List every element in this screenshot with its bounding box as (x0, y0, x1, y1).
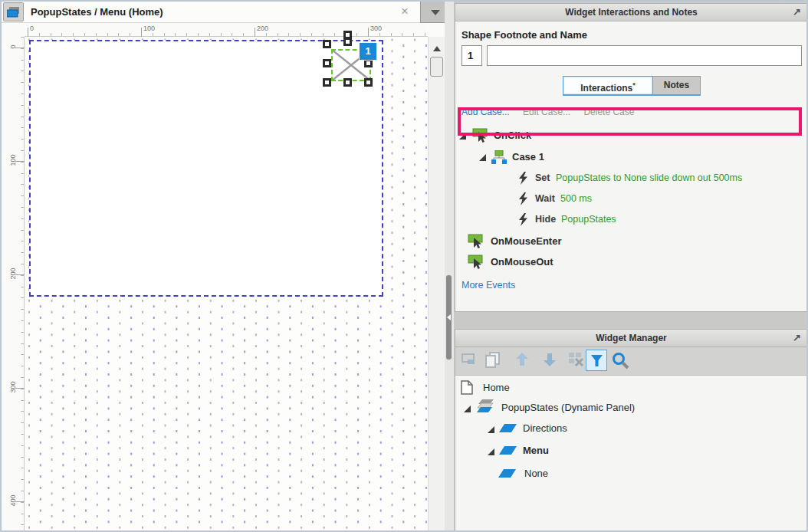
ruler-corner (2, 23, 25, 37)
action-detail: PopupStates (561, 214, 616, 225)
panel-splitter[interactable] (445, 2, 454, 532)
lightning-icon (518, 213, 529, 226)
action-detail: 500 ms (560, 193, 592, 204)
tab-notes[interactable]: Notes (653, 76, 701, 94)
selection-handle[interactable] (343, 31, 352, 39)
page-tab-icon (3, 2, 24, 21)
mouse-event-icon (466, 255, 484, 270)
dynamic-panel-icon (476, 399, 494, 416)
axure-window: PopupStates / Menu (Home) × 0 100 200 30… (0, 0, 808, 532)
filter-funnel-icon (590, 354, 603, 367)
selected-widget[interactable]: 1 (327, 45, 375, 85)
tree-item-label: Home (483, 382, 510, 393)
filter-toggle-active[interactable] (586, 350, 607, 371)
h-ruler-label: 300 (370, 25, 382, 32)
h-ruler-label: 0 (30, 25, 34, 32)
horizontal-ruler: 0 100 200 300 (25, 23, 428, 37)
expand-triangle-icon[interactable] (479, 154, 486, 161)
vertical-ruler: 0 100 200 300 400 (2, 37, 25, 530)
selection-handle[interactable] (323, 40, 331, 48)
selection-handle[interactable] (323, 59, 331, 67)
interactions-panel-title: Widget Interactions and Notes (565, 7, 698, 18)
page-icon (461, 380, 473, 395)
selection-handle[interactable] (343, 78, 352, 87)
popout-icon[interactable]: ↗ (793, 6, 801, 18)
h-ruler-label: 100 (143, 25, 155, 32)
lightning-icon (518, 192, 529, 205)
widget-manager-header: Widget Manager ↗ (455, 330, 807, 347)
canvas-vertical-scrollbar[interactable] (428, 37, 445, 530)
widget-manager-title: Widget Manager (596, 333, 667, 343)
chevron-down-icon (431, 10, 440, 15)
right-panel-column: Widget Interactions and Notes ↗ Shape Fo… (454, 2, 808, 532)
scrollbar-thumb[interactable] (430, 57, 443, 77)
close-icon[interactable]: × (398, 5, 412, 18)
delete-state-icon[interactable] (568, 352, 585, 367)
case-label: Case 1 (512, 151, 544, 163)
expand-triangle-icon[interactable] (488, 448, 494, 455)
interactions-tab-strip: Interactions* Notes (563, 76, 701, 96)
move-down-icon[interactable] (543, 352, 557, 367)
tree-item-label: None (524, 468, 548, 479)
panel-state-icon (499, 423, 517, 434)
shape-name-input[interactable] (487, 45, 802, 66)
lightning-icon (518, 172, 529, 185)
splitter-collapse-icon (447, 314, 451, 320)
event-label: OnMouseEnter (491, 235, 561, 247)
panel-state-icon (498, 468, 517, 479)
expand-triangle-icon[interactable] (464, 406, 471, 412)
case-icon (491, 150, 507, 164)
footnote-number-field[interactable]: 1 (461, 45, 482, 66)
v-ruler-label: 400 (9, 492, 17, 509)
shape-footnote-label: Shape Footnote and Name (461, 29, 587, 41)
design-viewport[interactable]: 1 (25, 37, 428, 530)
menu-highlight-annotation (458, 107, 802, 136)
expand-triangle-icon[interactable] (488, 426, 494, 433)
action-verb: Set (535, 172, 550, 183)
move-up-icon[interactable] (515, 352, 529, 367)
duplicate-state-icon[interactable] (484, 352, 501, 369)
popout-icon[interactable]: ↗ (793, 332, 801, 343)
event-label: OnMouseOut (491, 256, 553, 268)
dynamic-panel-tab-icon (7, 7, 21, 18)
tree-item-label: Menu (523, 445, 549, 456)
action-verb: Wait (535, 193, 555, 204)
panel-state-icon (499, 445, 517, 456)
interactions-panel-header: Widget Interactions and Notes ↗ (455, 4, 807, 21)
tab-interactions-label: Interactions (580, 83, 632, 94)
action-detail: PopupStates to None slide down out 500ms (556, 172, 742, 183)
canvas-tab-bar: PopupStates / Menu (Home) × (2, 2, 452, 23)
selection-handle[interactable] (364, 78, 373, 87)
v-ruler-label: 300 (9, 379, 17, 396)
selection-handle[interactable] (323, 78, 331, 87)
mouse-event-icon (466, 234, 484, 249)
tree-item-label: Directions (523, 422, 567, 434)
widget-manager-panel: Widget Manager ↗ (455, 329, 808, 532)
widget-manager-toolbar (455, 347, 807, 376)
widget-interactions-panel: Widget Interactions and Notes ↗ Shape Fo… (455, 3, 808, 312)
edit-state-icon[interactable] (461, 352, 478, 367)
h-ruler-label: 200 (257, 25, 268, 32)
tab-interactions[interactable]: Interactions* (563, 76, 653, 94)
v-ruler-label: 100 (9, 152, 17, 169)
search-icon[interactable] (612, 352, 630, 370)
action-verb: Hide (535, 214, 556, 225)
canvas-area: PopupStates / Menu (Home) × 0 100 200 30… (2, 2, 445, 530)
footnote-badge[interactable]: 1 (359, 42, 377, 61)
tab-notes-label: Notes (664, 80, 689, 90)
interactions-modified-mark: * (632, 81, 636, 89)
scroll-up-icon[interactable] (433, 46, 441, 51)
canvas-tab-title[interactable]: PopupStates / Menu (Home) (31, 6, 163, 18)
more-events-link[interactable]: More Events (461, 280, 515, 291)
v-ruler-label: 200 (9, 265, 17, 282)
v-ruler-label: 0 (9, 38, 17, 55)
tree-item-label: PopupStates (Dynamic Panel) (501, 402, 635, 413)
